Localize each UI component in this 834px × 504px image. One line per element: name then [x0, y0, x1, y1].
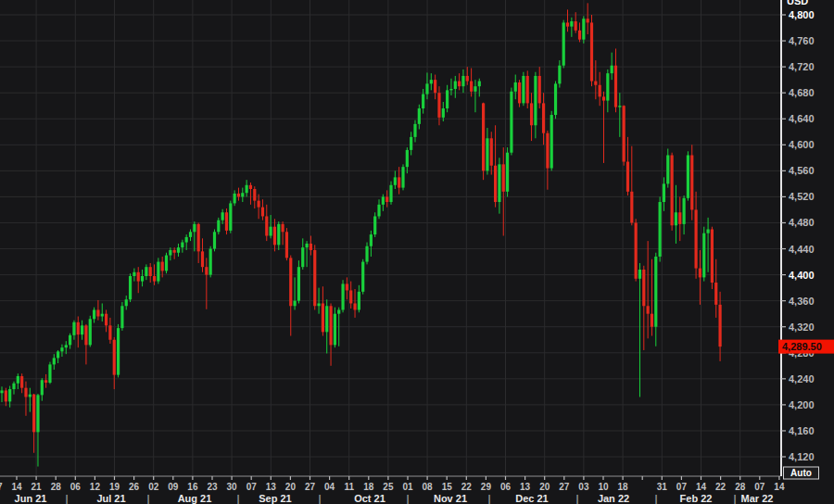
last-price-value: 4,289.50	[782, 341, 822, 352]
chart-canvas: 4,8004,7604,7204,6804,6404,6004,5604,520…	[0, 0, 834, 504]
x-axis-day-label: 15	[442, 482, 453, 492]
x-axis-day-label: 26	[129, 482, 140, 492]
month-separator: |	[733, 493, 736, 504]
price-axis-label: 4,240	[789, 373, 815, 384]
chart-plot-area[interactable]	[0, 0, 780, 476]
x-axis-day-label: 19	[109, 482, 120, 492]
x-axis-day-label: 29	[481, 482, 492, 492]
price-axis-label: 4,320	[789, 321, 815, 333]
x-axis-month-label: Sep 21	[259, 493, 291, 504]
price-axis-label: 4,600	[789, 139, 815, 150]
x-axis-month-label: Nov 21	[434, 493, 467, 504]
auto-scale-button[interactable]: Auto	[784, 467, 819, 479]
price-axis-label: 4,760	[789, 35, 815, 46]
x-axis-month-label: Dec 21	[515, 493, 548, 504]
price-axis-label: 4,680	[789, 87, 815, 98]
x-axis-day-label: 14	[774, 482, 785, 492]
x-axis-day-label: 14	[11, 482, 22, 492]
x-axis-day-label: 10	[598, 482, 609, 492]
x-axis-month-label: Mar 22	[741, 493, 774, 504]
price-axis-label: 4,160	[789, 425, 815, 436]
price-axis-label: 4,520	[789, 191, 815, 202]
x-axis-day-label: 23	[207, 482, 218, 492]
x-axis-day-label: 01	[402, 482, 413, 492]
x-axis-day-label: 03	[578, 482, 589, 492]
x-axis-day-label: 14	[696, 482, 707, 492]
x-axis-day-label: 09	[168, 482, 179, 492]
month-separator: |	[318, 493, 321, 504]
x-axis-day-label: 16	[187, 482, 198, 492]
x-axis-day-label: 27	[305, 482, 316, 492]
price-axis-label: 4,800	[789, 9, 815, 20]
currency-label: USD	[787, 0, 808, 6]
x-axis-month-label: Aug 21	[178, 493, 212, 504]
x-axis-month-label: Jan 22	[598, 493, 629, 504]
x-axis-day-label: 25	[383, 482, 394, 492]
x-axis-day-label: 06	[500, 482, 512, 492]
month-separator: |	[65, 493, 68, 504]
auto-button-label[interactable]: Auto	[790, 468, 812, 478]
last-price-tag: 4,289.50	[778, 340, 834, 354]
x-axis-day-label: 18	[363, 482, 374, 492]
x-axis-day-label: 07	[246, 482, 258, 492]
x-axis-day-label: 02	[148, 482, 159, 492]
x-axis-day-label: 12	[90, 482, 101, 492]
x-axis-day-label: 20	[285, 482, 297, 492]
price-axis-label: 4,120	[789, 451, 815, 462]
price-axis-label: 4,640	[789, 113, 815, 124]
x-axis-day-label: 08	[423, 482, 434, 492]
x-axis-day-label: 31	[657, 482, 668, 492]
x-axis-day-label: 30	[227, 482, 238, 492]
x-axis-day-label: 07	[0, 482, 3, 492]
x-axis-day-label: 28	[735, 482, 746, 492]
x-axis-day-label: 04	[324, 482, 335, 492]
x-axis-day-label: 13	[266, 482, 277, 492]
x-axis-day-label: 11	[344, 482, 354, 492]
x-axis-day-label: 28	[51, 482, 62, 492]
price-axis-label: 4,360	[789, 296, 815, 307]
candlestick-chart-window: 4,8004,7604,7204,6804,6404,6004,5604,520…	[0, 0, 834, 504]
x-axis-day-label: 13	[520, 482, 531, 492]
x-axis-day-label: 22	[715, 482, 727, 492]
price-axis-label: 4,400	[789, 270, 815, 281]
x-axis-day-label: 18	[618, 482, 629, 492]
price-axis-label: 4,480	[789, 217, 815, 228]
x-axis-day-label: 07	[676, 482, 688, 492]
price-axis-label: 4,720	[789, 61, 815, 72]
x-axis-day-label: 06	[70, 482, 82, 492]
month-separator: |	[487, 493, 490, 504]
price-axis-label: 4,200	[789, 399, 815, 410]
x-axis-month-label: Feb 22	[680, 493, 713, 504]
x-axis-month-label: Oct 21	[354, 493, 385, 504]
x-axis-day-label: 27	[559, 482, 570, 492]
x-axis-month-label: Jul 21	[96, 493, 125, 504]
month-separator: |	[654, 493, 657, 504]
x-axis-day-label: 07	[754, 482, 765, 492]
x-axis-day-label: 21	[32, 482, 43, 492]
x-axis-day-label: 20	[539, 482, 550, 492]
x-axis-day-label: 22	[461, 482, 473, 492]
price-axis-label: 4,560	[789, 165, 815, 176]
x-axis-month-label: Jun 21	[15, 493, 47, 504]
price-axis-label: 4,440	[789, 244, 815, 255]
month-separator: |	[236, 493, 239, 504]
month-separator: |	[406, 493, 409, 504]
month-separator: |	[575, 493, 578, 504]
month-separator: |	[146, 493, 149, 504]
